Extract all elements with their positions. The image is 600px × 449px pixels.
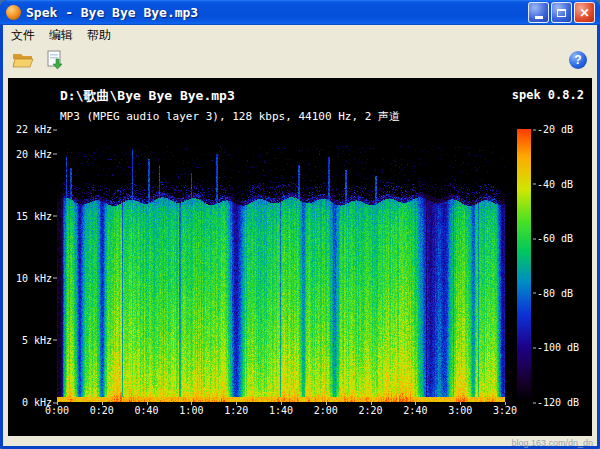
spectrogram-panel: D:\歌曲\Bye Bye Bye.mp3 spek 0.8.2 MP3 (MP… xyxy=(8,78,592,436)
watermark: blog.163.com/dn_dn xyxy=(511,438,593,448)
freq-tick-label: 5 kHz xyxy=(8,334,52,345)
db-tick-label: -60 dB xyxy=(537,233,573,244)
help-icon: ? xyxy=(574,53,581,67)
menu-edit[interactable]: 编辑 xyxy=(42,25,80,46)
toolbar: ? xyxy=(3,45,597,75)
db-tick-label: -40 dB xyxy=(537,178,573,189)
close-icon: ✕ xyxy=(579,7,589,19)
time-tick-label: 0:20 xyxy=(90,405,114,416)
save-image-icon xyxy=(44,50,66,70)
time-tick-label: 1:20 xyxy=(224,405,248,416)
maximize-icon xyxy=(557,9,566,17)
spek-window: Spek - Bye Bye Bye.mp3 ✕ 文件 编辑 帮助 xyxy=(0,0,600,449)
legend-canvas xyxy=(517,129,531,402)
spectrogram-canvas xyxy=(57,129,505,402)
time-tick-label: 2:00 xyxy=(314,405,338,416)
window-title: Spek - Bye Bye Bye.mp3 xyxy=(26,5,523,20)
open-folder-icon xyxy=(11,50,35,70)
menu-help[interactable]: 帮助 xyxy=(80,25,118,46)
open-file-button[interactable] xyxy=(9,47,37,73)
menubar: 文件 编辑 帮助 xyxy=(3,25,597,45)
window-body: 文件 编辑 帮助 ? xyxy=(3,25,597,446)
time-tick-label: 3:20 xyxy=(493,405,517,416)
app-version: spek 0.8.2 xyxy=(512,88,584,102)
freq-tick-label: 22 kHz xyxy=(8,124,52,135)
minimize-button[interactable] xyxy=(528,2,549,23)
db-tick-label: -120 dB xyxy=(537,397,579,408)
time-tick-label: 1:00 xyxy=(179,405,203,416)
close-button[interactable]: ✕ xyxy=(574,2,595,23)
file-path: D:\歌曲\Bye Bye Bye.mp3 xyxy=(60,87,235,105)
db-axis: -20 dB-40 dB-60 dB-80 dB-100 dB-120 dB xyxy=(537,129,591,402)
time-tick-label: 2:20 xyxy=(359,405,383,416)
minimize-icon xyxy=(535,16,543,19)
app-icon xyxy=(6,5,21,20)
help-button[interactable]: ? xyxy=(569,51,587,69)
time-tick-label: 2:40 xyxy=(403,405,427,416)
y-axis: 22 kHz20 kHz15 kHz10 kHz5 kHz0 kHz xyxy=(8,129,52,402)
maximize-button[interactable] xyxy=(551,2,572,23)
stream-info: MP3 (MPEG audio layer 3), 128 kbps, 4410… xyxy=(60,109,400,124)
db-tick-label: -80 dB xyxy=(537,287,573,298)
titlebar[interactable]: Spek - Bye Bye Bye.mp3 ✕ xyxy=(0,0,600,25)
db-tick-label: -100 dB xyxy=(537,342,579,353)
freq-tick-label: 10 kHz xyxy=(8,272,52,283)
window-controls: ✕ xyxy=(528,2,595,23)
time-tick-label: 0:00 xyxy=(45,405,69,416)
save-button[interactable] xyxy=(41,47,69,73)
time-tick-label: 1:40 xyxy=(269,405,293,416)
time-tick-label: 0:40 xyxy=(135,405,159,416)
db-tick-label: -20 dB xyxy=(537,124,573,135)
time-tick-label: 3:00 xyxy=(448,405,472,416)
time-axis: 0:000:200:401:001:201:402:002:202:403:00… xyxy=(57,405,505,417)
freq-tick-label: 15 kHz xyxy=(8,210,52,221)
freq-tick-label: 20 kHz xyxy=(8,148,52,159)
menu-file[interactable]: 文件 xyxy=(4,25,42,46)
